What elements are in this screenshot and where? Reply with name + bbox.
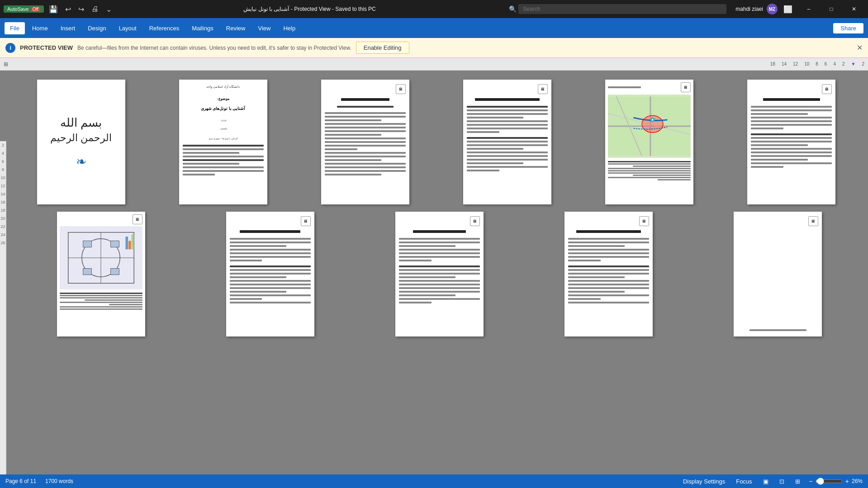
options-button[interactable]: ⌄ [104,4,114,14]
zoom-control: − + 26% [809,478,863,485]
window-controls: – □ ✕ [798,2,864,16]
enable-editing-button[interactable]: Enable Editing [356,42,409,54]
ribbon-display-button[interactable]: ⬜ [781,4,795,14]
web-layout-button[interactable]: ⊡ [778,477,786,486]
left-ruler: 2 4 6 8 10 12 14 16 18 20 22 24 26 [0,141,6,474]
ruler-numbers: 18 14 12 10 8 6 4 2 ▼ 2 [770,62,864,66]
page-1-content: بسم الله الرحمن الرحیم ❧ [37,80,125,204]
maximize-button[interactable]: □ [821,2,842,16]
display-settings-button[interactable]: Display Settings [681,477,727,486]
page-8-content: 🏛 [226,212,314,336]
svg-rect-16 [110,268,119,275]
svg-rect-19 [131,234,134,249]
zoom-out-button[interactable]: − [809,478,813,485]
print-button[interactable]: 🖨 [89,4,101,14]
focus-button[interactable]: Focus [734,477,754,486]
svg-rect-18 [128,241,131,249]
print-layout-button[interactable]: ▣ [761,477,770,486]
calligraphy-text: بسم الله الرحمن الرحیم [50,115,112,145]
page-4-content: 🏛 [463,80,551,204]
svg-rect-14 [110,241,119,247]
close-protected-bar-button[interactable]: ✕ [857,43,863,52]
page-5-content: 🏛 [605,80,693,204]
page-thumb-6[interactable]: 🏛 [747,80,835,204]
search-input[interactable] [518,4,726,14]
share-button[interactable]: Share [833,23,863,33]
user-name: mahdi ziaei [735,6,763,12]
map-svg [608,95,691,158]
user-area: mahdi ziaei MZ ⬜ [735,4,795,14]
page-thumb-11[interactable]: 🏛 [734,212,822,336]
title-bar: AutoSave Off 💾 ↩ ↪ 🖨 ⌄ آشنایی با تونل نی… [0,0,868,18]
ruler-icon: ⊞ [4,61,8,67]
minimize-button[interactable]: – [798,2,819,16]
svg-rect-15 [83,268,91,275]
ribbon: File Home Insert Design Layout Reference… [0,18,868,38]
page-info: Page 6 of 11 [5,478,36,484]
protected-message: Be careful—files from the Internet can c… [77,45,351,51]
redo-button[interactable]: ↪ [76,4,86,14]
calligraphy-art: بسم الله الرحمن الرحیم ❧ [50,115,112,169]
map-visualization [608,95,691,158]
calligraphy-ornament: ❧ [76,154,86,169]
tab-mailings[interactable]: Mailings [186,22,219,34]
protected-view-bar: i PROTECTED VIEW Be careful—files from t… [0,38,868,58]
tab-design[interactable]: Design [82,22,111,34]
tab-view[interactable]: View [252,22,276,34]
tab-insert[interactable]: Insert [55,22,81,34]
close-button[interactable]: ✕ [844,2,864,16]
status-bar-right: Display Settings Focus ▣ ⊡ ⊞ − + 26% [681,477,863,486]
pages-row-2: 🏛 [20,212,859,336]
avatar: MZ [767,4,778,14]
page-thumb-8[interactable]: 🏛 [226,212,314,336]
tab-home[interactable]: Home [27,22,53,34]
tab-review[interactable]: Review [221,22,251,34]
tab-references[interactable]: References [144,22,185,34]
page-thumb-5[interactable]: 🏛 [605,80,693,204]
protected-icon: i [5,43,15,53]
status-bar: Page 6 of 11 1700 words Display Settings… [0,474,868,488]
tab-help[interactable]: Help [278,22,301,34]
page-thumb-1[interactable]: بسم الله الرحمن الرحیم ❧ [37,80,125,204]
zoom-slider[interactable] [816,478,843,485]
save-button[interactable]: 💾 [47,4,60,14]
calligraphy-bottom: ❧ [50,154,112,169]
protected-label: PROTECTED VIEW [20,44,73,51]
svg-point-7 [652,119,654,121]
svg-rect-17 [125,237,128,249]
ruler-bar: ⊞ 18 14 12 10 8 6 4 2 ▼ 2 [0,58,868,71]
word-count: 1700 words [45,478,73,484]
read-mode-button[interactable]: ⊞ [793,477,802,486]
tab-layout[interactable]: Layout [114,22,142,34]
page-thumb-2[interactable]: دانشگاه آزاد اسلامی واحد موضوع: آشنایی ب… [179,80,267,204]
page-thumb-3[interactable]: 🏛 [321,80,409,204]
zoom-level: 26% [852,478,863,484]
zoom-in-button[interactable]: + [845,478,849,485]
page-3-content: 🏛 [321,80,409,204]
autosave-state: Off [31,7,40,12]
svg-rect-13 [83,241,91,247]
page-2-content: دانشگاه آزاد اسلامی واحد موضوع: آشنایی ب… [179,80,267,181]
pages-row-1: بسم الله الرحمن الرحیم ❧ دانشگاه آزاد اس… [14,80,859,204]
page-thumb-10[interactable]: 🏛 [564,212,653,336]
floorplan-svg [60,226,142,289]
page-6-content: 🏛 [747,80,835,204]
page-7-content: 🏛 [57,212,145,336]
page-10-content: 🏛 [564,212,653,336]
page-11-content: 🏛 [734,212,822,336]
page-thumb-7[interactable]: 🏛 [57,212,145,336]
page-9-content: 🏛 [395,212,484,336]
title-bar-left: AutoSave Off 💾 ↩ ↪ 🖨 ⌄ [4,4,114,14]
page-thumb-4[interactable]: 🏛 [463,80,551,204]
tab-file[interactable]: File [5,22,25,34]
floorplan-visualization [60,226,142,289]
document-canvas: 2 4 6 8 10 12 14 16 18 20 22 24 26 بسم ا… [0,71,868,474]
autosave-label: AutoSave [7,6,29,12]
autosave-button[interactable]: AutoSave Off [4,5,44,13]
page-thumb-9[interactable]: 🏛 [395,212,484,336]
undo-button[interactable]: ↩ [63,4,73,14]
document-title: آشنایی با تونل نیایش - Protected View - … [118,6,502,12]
